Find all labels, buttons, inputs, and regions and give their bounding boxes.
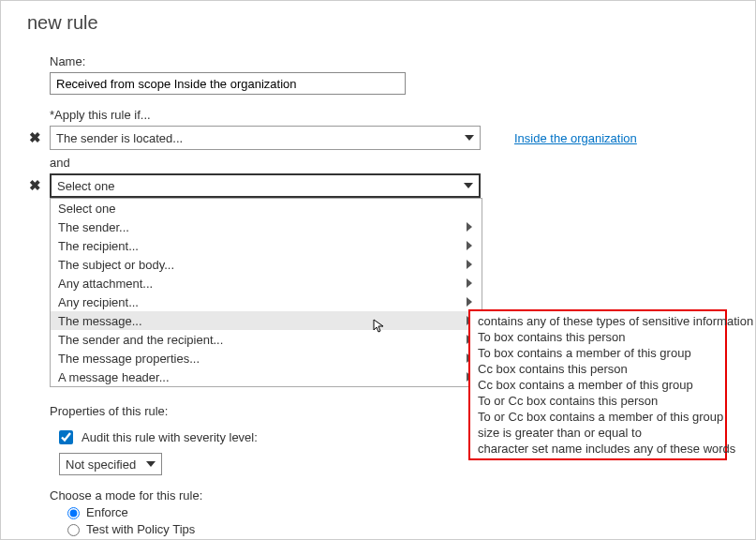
submenu-item[interactable]: size is greater than or equal to [478, 425, 718, 441]
menu-item[interactable]: The subject or body... [51, 255, 482, 274]
severity-value: Not specified [66, 458, 136, 472]
apply-rule-label: *Apply this rule if... [50, 108, 729, 122]
mode-testtips-radio[interactable] [67, 524, 80, 536]
menu-item[interactable]: Any recipient... [51, 292, 482, 311]
mode-testtips-label: Test with Policy Tips [86, 522, 195, 536]
menu-item-label: The message... [58, 314, 142, 328]
chevron-right-icon [467, 260, 472, 269]
severity-select[interactable]: Not specified [59, 453, 162, 475]
condition-1-value-link[interactable]: Inside the organization [514, 131, 637, 145]
chevron-right-icon [467, 297, 472, 307]
menu-item[interactable]: The message properties... [51, 349, 482, 368]
condition-submenu[interactable]: contains any of these types of sensitive… [468, 309, 727, 460]
mode-enforce-label: Enforce [86, 505, 128, 519]
submenu-item[interactable]: To box contains this person [478, 329, 718, 345]
menu-item-label: A message header... [58, 370, 170, 384]
submenu-item[interactable]: contains any of these types of sensitive… [478, 313, 718, 329]
audit-checkbox[interactable] [59, 430, 73, 444]
chevron-right-icon [467, 222, 472, 232]
menu-item[interactable]: Select one [51, 199, 482, 218]
submenu-item[interactable]: To or Cc box contains a member of this g… [478, 409, 718, 425]
name-input[interactable] [50, 72, 406, 95]
menu-item[interactable]: The message... [51, 311, 482, 330]
menu-item-label: The sender... [58, 220, 129, 234]
condition-2-text: Select one [57, 179, 114, 193]
submenu-item[interactable]: Cc box contains this person [478, 361, 718, 377]
menu-item-label: Any attachment... [58, 277, 153, 291]
condition-1-text: The sender is located... [56, 131, 183, 145]
menu-item[interactable]: The sender and the recipient... [51, 330, 482, 349]
menu-item[interactable]: Any attachment... [51, 274, 482, 292]
menu-item-label: Select one [58, 202, 115, 216]
menu-item-label: The message properties... [58, 352, 200, 366]
chevron-right-icon [467, 241, 472, 250]
mode-enforce-radio[interactable] [67, 507, 80, 519]
menu-item[interactable]: The recipient... [51, 236, 482, 255]
condition-1-dropdown[interactable]: The sender is located... [50, 126, 481, 150]
condition-2-dropdown[interactable]: Select one [50, 173, 481, 198]
submenu-item[interactable]: To or Cc box contains this person [478, 393, 718, 409]
audit-label: Audit this rule with severity level: [82, 430, 258, 444]
page-title: new rule [27, 12, 729, 34]
menu-item-label: The sender and the recipient... [58, 333, 223, 347]
chevron-right-icon [467, 278, 472, 288]
and-label: and [50, 156, 729, 170]
menu-item-label: The subject or body... [58, 258, 174, 272]
chevron-down-icon [146, 461, 156, 467]
submenu-item[interactable]: Cc box contains a member of this group [478, 377, 718, 393]
condition-menu[interactable]: Select oneThe sender...The recipient...T… [50, 198, 482, 387]
remove-condition-1[interactable]: ✖ [27, 129, 42, 146]
chevron-down-icon [464, 183, 473, 188]
chevron-down-icon [465, 135, 474, 141]
name-label: Name: [50, 54, 729, 68]
cursor-icon [373, 319, 388, 334]
submenu-item[interactable]: To box contains a member of this group [478, 345, 718, 361]
submenu-item[interactable]: character set name includes any of these… [478, 441, 718, 457]
mode-label: Choose a mode for this rule: [50, 488, 729, 502]
menu-item-label: Any recipient... [58, 295, 139, 309]
menu-item[interactable]: The sender... [51, 218, 482, 236]
menu-item-label: The recipient... [58, 239, 139, 253]
menu-item[interactable]: A message header... [51, 368, 482, 386]
remove-condition-2[interactable]: ✖ [27, 177, 42, 194]
